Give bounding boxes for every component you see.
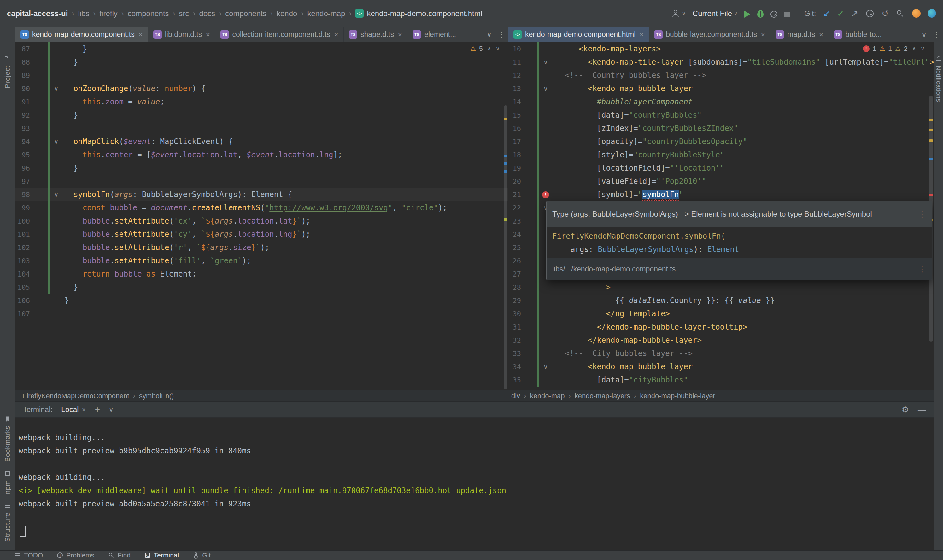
- code-line[interactable]: 103 bubble.setAttribute('fill', `green`)…: [15, 254, 508, 268]
- close-tab-icon[interactable]: ×: [334, 30, 338, 39]
- breadcrumb-item[interactable]: firefly: [99, 9, 117, 18]
- breadcrumb-item[interactable]: capital-access-ui: [7, 9, 68, 18]
- breadcrumb-item[interactable]: FireflyKendoMapDemoComponent: [22, 392, 129, 400]
- code-line[interactable]: 105 }: [15, 281, 508, 294]
- scrollbar-thumb[interactable]: [504, 105, 508, 389]
- breadcrumb-item[interactable]: div: [511, 392, 520, 400]
- code-line[interactable]: 28 >: [508, 281, 934, 294]
- close-icon[interactable]: ×: [82, 406, 86, 414]
- code-line[interactable]: 13∨ <kendo-map-bubble-layer: [508, 82, 934, 95]
- breadcrumb-item[interactable]: kendo: [277, 9, 297, 18]
- fold-icon[interactable]: ∨: [539, 85, 552, 92]
- breadcrumb-item[interactable]: components: [225, 9, 266, 18]
- breadcrumb-item[interactable]: libs: [78, 9, 89, 18]
- toolwindow-notifications-button[interactable]: Notifications: [935, 55, 942, 102]
- tab-options-icon[interactable]: ⋮: [930, 27, 943, 42]
- statusbar-terminal-button[interactable]: Terminal: [145, 551, 179, 559]
- code-line[interactable]: 99 const bubble = document.createElement…: [15, 201, 508, 214]
- inspections-widget[interactable]: ! 1 ⚠ 1 ⚠ 2 ∧ ∨: [863, 45, 925, 52]
- editor-tab[interactable]: TSlib.dom.d.ts×: [148, 27, 216, 42]
- git-push-icon[interactable]: ↗: [851, 9, 858, 18]
- breadcrumb-item[interactable]: symbolFn(): [139, 392, 174, 400]
- code-line[interactable]: 14 #bubbleLayerComponent: [508, 95, 934, 108]
- git-commit-icon[interactable]: ✓: [837, 9, 844, 18]
- new-terminal-icon[interactable]: +: [95, 405, 100, 415]
- breadcrumb-item[interactable]: kendo-map-bubble-layer: [640, 392, 715, 400]
- next-problem-icon[interactable]: ∨: [496, 45, 500, 52]
- code-line[interactable]: 30 </ng-template>: [508, 307, 934, 320]
- profiler-button[interactable]: [771, 11, 777, 18]
- editor-tab[interactable]: TSbubble-layer.component.d.ts×: [649, 27, 771, 42]
- editor-tab[interactable]: TSshape.d.ts×: [344, 27, 408, 42]
- code-line[interactable]: 94∨ onMapClick($event: MapClickEvent) {: [15, 135, 508, 148]
- code-line[interactable]: 87 }: [15, 42, 508, 55]
- code-editor[interactable]: 87 }88 }8990∨ onZoomChange(value: number…: [15, 42, 508, 320]
- code-line[interactable]: 34∨ <kendo-map-bubble-layer: [508, 360, 934, 373]
- breadcrumb-item[interactable]: docs: [199, 9, 215, 18]
- code-line[interactable]: 20 [valueField]="'Pop2010'": [508, 175, 934, 188]
- code-line[interactable]: 92 }: [15, 108, 508, 122]
- ide-services-icon[interactable]: [928, 9, 936, 18]
- toolwindow-npm-button[interactable]: npm: [3, 470, 12, 494]
- fold-icon[interactable]: ∨: [539, 363, 552, 371]
- toolwindow-bookmarks-button[interactable]: Bookmarks: [3, 415, 12, 462]
- inspections-widget[interactable]: ⚠ 5 ∧ ∨: [470, 45, 500, 52]
- code-line[interactable]: 12 <!-- Country bubbles layer -->: [508, 69, 934, 82]
- code-line[interactable]: 107: [15, 307, 508, 320]
- run-coverage-button[interactable]: [757, 10, 763, 18]
- tab-options-icon[interactable]: ⋮: [495, 27, 508, 42]
- code-line[interactable]: 32 </kendo-map-bubble-layer>: [508, 334, 934, 347]
- minimize-icon[interactable]: —: [918, 405, 926, 415]
- statusbar-git-button[interactable]: Git: [193, 551, 211, 559]
- code-line[interactable]: 89: [15, 69, 508, 82]
- statusbar-problems-button[interactable]: Problems: [57, 551, 94, 559]
- breadcrumb-item[interactable]: components: [128, 9, 169, 18]
- breadcrumb-file[interactable]: <>kendo-map-demo.component.html: [355, 9, 482, 18]
- fold-icon[interactable]: ∨: [51, 85, 62, 92]
- rollback-icon[interactable]: ↺: [881, 9, 889, 18]
- hidden-tabs-icon[interactable]: ∨: [918, 27, 930, 42]
- terminal-settings-icon[interactable]: ⚙: [902, 405, 909, 415]
- prev-problem-icon[interactable]: ∧: [487, 45, 491, 52]
- code-line[interactable]: 90∨ onZoomChange(value: number) {: [15, 82, 508, 95]
- stop-button[interactable]: [785, 12, 790, 17]
- chevron-down-icon[interactable]: ∨: [109, 406, 114, 413]
- close-tab-icon[interactable]: ×: [398, 30, 402, 39]
- code-line[interactable]: 19 [locationField]="'Location'": [508, 162, 934, 175]
- code-line[interactable]: 18 [style]="countryBubbleStyle": [508, 148, 934, 162]
- code-line[interactable]: 35 [data]="cityBubbles": [508, 373, 934, 386]
- code-line[interactable]: 33 <!-- City bubbles layer -->: [508, 347, 934, 360]
- code-line[interactable]: 106}: [15, 294, 508, 307]
- toolwindow-project-button[interactable]: Project: [3, 55, 12, 88]
- more-actions-icon[interactable]: ⋮: [914, 264, 926, 274]
- code-with-me-icon[interactable]: [912, 9, 921, 18]
- code-line[interactable]: 31 </kendo-map-bubble-layer-tooltip>: [508, 320, 934, 334]
- editor-tab[interactable]: TSkendo-map-demo.component.ts×: [15, 27, 148, 42]
- code-line[interactable]: 101 bubble.setAttribute('cy', `${args.lo…: [15, 228, 508, 241]
- close-tab-icon[interactable]: ×: [819, 30, 823, 39]
- code-line[interactable]: 29 {{ dataItem.Country }}: {{ value }}: [508, 294, 934, 307]
- close-tab-icon[interactable]: ×: [761, 30, 765, 39]
- code-line[interactable]: 96 }: [15, 162, 508, 175]
- fold-icon[interactable]: ∨: [51, 191, 62, 198]
- next-problem-icon[interactable]: ∨: [921, 45, 925, 52]
- editor-tab[interactable]: TSmap.d.ts×: [771, 27, 829, 42]
- history-icon[interactable]: [865, 9, 875, 18]
- breadcrumb-item[interactable]: kendo-map: [307, 9, 345, 18]
- code-line[interactable]: 93: [15, 122, 508, 135]
- user-menu-button[interactable]: ∨: [671, 9, 686, 18]
- code-line[interactable]: 91 this.zoom = value;: [15, 95, 508, 108]
- code-line[interactable]: 16 [zIndex]="countryBubblesZIndex": [508, 122, 934, 135]
- statusbar-todo-button[interactable]: TODO: [14, 551, 43, 559]
- code-line[interactable]: 17 [opacity]="countryBubblesOpacity": [508, 135, 934, 148]
- close-tab-icon[interactable]: ×: [206, 30, 210, 39]
- close-tab-icon[interactable]: ×: [639, 30, 644, 39]
- editor-tab[interactable]: TScollection-item.component.d.ts×: [215, 27, 344, 42]
- code-line[interactable]: 11∨ <kendo-map-tile-layer [subdomains]="…: [508, 55, 934, 69]
- breadcrumb-item[interactable]: kendo-map: [530, 392, 565, 400]
- code-line[interactable]: 21! [symbol]="symbolFn": [508, 188, 934, 201]
- code-line[interactable]: 15 [data]="countryBubbles": [508, 108, 934, 122]
- code-line[interactable]: 104 return bubble as Element;: [15, 268, 508, 281]
- editor-tab[interactable]: <>kendo-map-demo.component.html×: [508, 27, 649, 42]
- code-line[interactable]: 102 bubble.setAttribute('r', `${args.siz…: [15, 241, 508, 254]
